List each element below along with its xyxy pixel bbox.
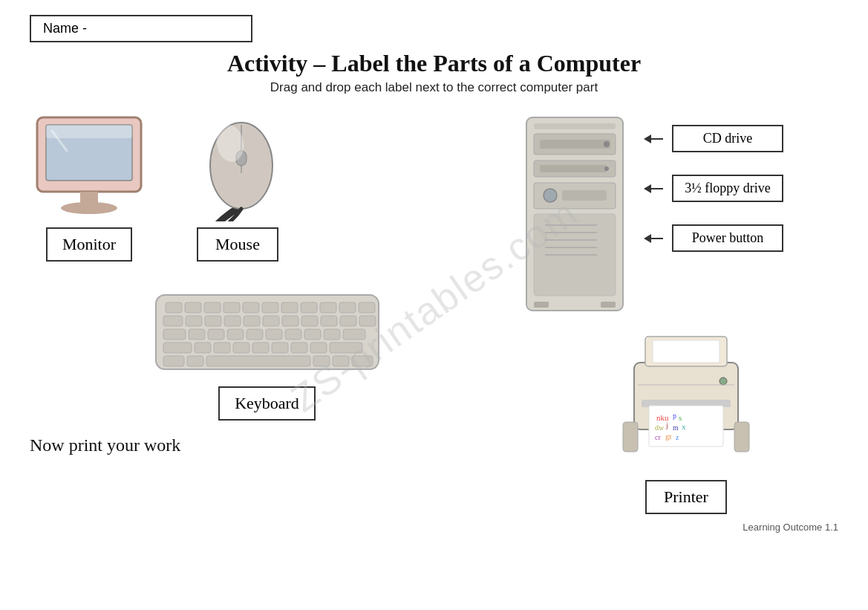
svg-rect-40 (304, 329, 321, 340)
print-text: Now print your work (30, 435, 504, 455)
cd-drive-item: CD drive (645, 125, 783, 152)
svg-rect-25 (224, 316, 241, 326)
svg-rect-32 (359, 316, 376, 326)
svg-rect-39 (285, 329, 301, 340)
mouse-label[interactable]: Mouse (197, 227, 278, 262)
svg-rect-23 (186, 316, 202, 326)
keyboard-label[interactable]: Keyboard (218, 386, 316, 421)
keyboard-icon (152, 284, 382, 380)
svg-text:s: s (679, 413, 682, 422)
main-layout: Monitor (30, 110, 838, 533)
floppy-drive-label[interactable]: 3½ floppy drive (672, 175, 783, 202)
floppy-drive-item: 3½ floppy drive (645, 175, 783, 202)
monitor-label[interactable]: Monitor (46, 227, 132, 262)
svg-rect-53 (187, 356, 203, 366)
svg-rect-33 (163, 329, 186, 340)
svg-rect-11 (166, 302, 182, 313)
svg-rect-21 (359, 302, 375, 313)
footer-section: Now print your work (30, 435, 504, 455)
svg-rect-13 (204, 302, 221, 313)
cd-drive-label[interactable]: CD drive (672, 125, 783, 152)
svg-rect-47 (252, 343, 269, 353)
cd-drive-arrow (645, 133, 668, 145)
svg-rect-30 (321, 316, 337, 326)
svg-rect-15 (243, 302, 259, 313)
svg-rect-28 (282, 316, 298, 326)
svg-rect-27 (263, 316, 279, 326)
svg-rect-51 (330, 343, 362, 353)
svg-rect-59 (534, 123, 616, 129)
svg-rect-12 (185, 302, 201, 313)
svg-point-67 (544, 189, 557, 202)
tower-labels: CD drive 3½ floppy drive Power button (645, 110, 783, 252)
svg-text:z: z (676, 433, 679, 441)
printer-label[interactable]: Printer (645, 480, 727, 514)
svg-rect-79 (653, 340, 719, 363)
svg-rect-31 (340, 316, 356, 326)
svg-rect-44 (195, 343, 211, 353)
svg-rect-29 (301, 316, 318, 326)
svg-rect-49 (291, 343, 307, 353)
svg-rect-34 (189, 329, 205, 340)
computer-tower-icon (519, 110, 638, 318)
svg-text:x: x (682, 422, 686, 431)
svg-rect-18 (301, 302, 317, 313)
power-button-arrow (645, 233, 668, 244)
learning-outcome: Learning Outcome 1.1 (743, 522, 838, 533)
svg-text:gt: gt (665, 432, 672, 441)
top-row: Monitor (30, 110, 504, 262)
svg-rect-20 (339, 302, 356, 313)
svg-rect-37 (247, 329, 263, 340)
name-field: Name - (30, 15, 252, 42)
right-column: CD drive 3½ floppy drive Power button (519, 110, 838, 533)
svg-point-62 (604, 141, 610, 147)
svg-rect-26 (244, 316, 260, 326)
monitor-icon (30, 110, 149, 221)
svg-rect-48 (272, 343, 288, 353)
svg-rect-75 (534, 302, 549, 308)
svg-rect-17 (281, 302, 298, 313)
page: ZS-printables.com Name - Activity – Labe… (0, 0, 868, 610)
mouse-item: Mouse (193, 110, 282, 262)
svg-text:cr: cr (655, 433, 661, 441)
svg-text:m: m (673, 424, 679, 432)
svg-text:p: p (673, 412, 676, 420)
svg-rect-46 (233, 343, 249, 353)
svg-rect-22 (163, 316, 183, 326)
svg-rect-43 (163, 343, 192, 353)
svg-rect-16 (262, 302, 278, 313)
svg-rect-92 (623, 422, 638, 452)
svg-rect-54 (206, 356, 310, 366)
mouse-icon (193, 110, 282, 221)
svg-rect-50 (310, 343, 327, 353)
svg-rect-24 (205, 316, 221, 326)
name-label: Name - (43, 21, 87, 36)
svg-rect-42 (343, 329, 365, 340)
power-button-label[interactable]: Power button (672, 224, 783, 252)
tower-area: CD drive 3½ floppy drive Power button (519, 110, 783, 318)
printer-section: nku p s dw j m x cr gt z (619, 325, 753, 514)
svg-rect-68 (562, 190, 607, 201)
svg-rect-14 (223, 302, 240, 313)
printer-icon: nku p s dw j m x cr gt z (619, 325, 753, 474)
keyboard-section: Keyboard (30, 284, 504, 421)
page-subtitle: Drag and drop each label next to the cor… (30, 80, 838, 95)
power-button-item: Power button (645, 224, 783, 252)
svg-rect-45 (214, 343, 230, 353)
svg-rect-41 (324, 329, 340, 340)
svg-rect-76 (601, 302, 616, 308)
svg-rect-93 (734, 422, 749, 452)
svg-rect-61 (540, 140, 610, 149)
svg-rect-36 (227, 329, 244, 340)
svg-rect-38 (266, 329, 282, 340)
svg-rect-19 (320, 302, 336, 313)
svg-text:j: j (665, 421, 668, 429)
page-title: Activity – Label the Parts of a Computer (30, 50, 838, 77)
svg-point-4 (61, 202, 117, 214)
svg-point-65 (604, 166, 609, 171)
left-column: Monitor (30, 110, 504, 533)
floppy-drive-arrow (645, 183, 668, 195)
svg-rect-55 (313, 356, 330, 366)
svg-text:dw: dw (655, 424, 665, 432)
monitor-item: Monitor (30, 110, 149, 262)
